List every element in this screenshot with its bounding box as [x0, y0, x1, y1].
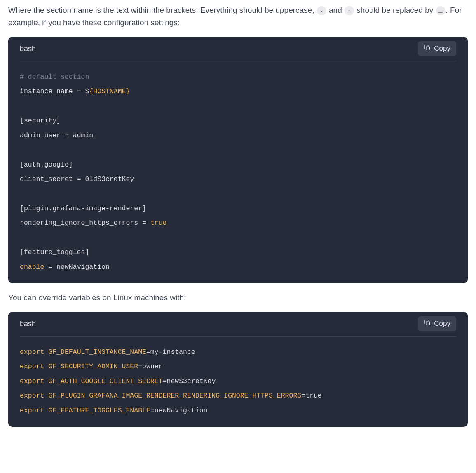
copy-button[interactable]: Copy	[418, 316, 456, 331]
intro-text-2: and	[327, 6, 344, 14]
code-eq: =	[44, 263, 56, 271]
code-key: admin_user	[20, 132, 61, 139]
inline-code-underscore: _	[436, 6, 446, 15]
code-brace-open: {	[89, 87, 93, 95]
codeblock-lang-label: bash	[20, 318, 36, 330]
intro-paragraph: Where the section name is the text withi…	[8, 4, 468, 29]
code-value: =owner	[138, 362, 162, 370]
code-envname: HOSTNAME	[93, 87, 126, 95]
code-value: =true	[301, 392, 322, 400]
code-keyword: export	[20, 362, 44, 370]
copy-button-label: Copy	[434, 320, 450, 328]
codeblock-header: bash Copy	[20, 312, 456, 337]
code-keyword: export	[20, 348, 44, 356]
intro-text-1: Where the section name is the text withi…	[8, 6, 317, 14]
code-key: instance_name	[20, 87, 73, 95]
code-section: [plugin.grafana-image-renderer]	[20, 205, 146, 212]
intro-text-3: should be replaced by	[354, 6, 435, 14]
code-var: GF_PLUGIN_GRAFANA_IMAGE_RENDERER_RENDERI…	[48, 392, 301, 400]
codeblock-header: bash Copy	[20, 37, 456, 61]
copy-icon	[424, 44, 431, 53]
code-value: 0ldS3cretKey	[85, 175, 134, 183]
code-eq: =	[73, 87, 85, 95]
code-keyword: export	[20, 392, 44, 400]
svg-rect-1	[426, 322, 430, 325]
codeblock-config: bash Copy # default section instance_nam…	[8, 37, 468, 284]
code-value: admin	[73, 132, 94, 139]
codeblock-exports: bash Copy export GF_DEFAULT_INSTANCE_NAM…	[8, 312, 468, 427]
code-var: GF_AUTH_GOOGLE_CLIENT_SECRET	[48, 377, 162, 385]
code-value: =newS3cretKey	[163, 377, 216, 385]
code-eq: =	[73, 175, 85, 183]
middle-paragraph: You can override variables on Linux mach…	[8, 292, 468, 304]
code-dollar: $	[85, 87, 89, 95]
code-eq: =	[61, 132, 73, 139]
code-keyword: export	[20, 377, 44, 385]
code-bool: true	[150, 219, 167, 227]
code-eq: =	[138, 219, 150, 227]
code-value: =my-instance	[146, 348, 195, 356]
code-comment: # default section	[20, 73, 89, 81]
inline-code-dot: .	[317, 6, 326, 15]
code-key: client_secret	[20, 175, 73, 183]
copy-button-label: Copy	[434, 45, 450, 53]
code-var: GF_FEATURE_TOGGLES_ENABLE	[48, 407, 150, 414]
copy-icon	[424, 319, 431, 328]
code-var: GF_DEFAULT_INSTANCE_NAME	[48, 348, 146, 356]
code-value: newNavigation	[56, 263, 110, 271]
code-section: [feature_toggles]	[20, 248, 89, 256]
code-builtin: enable	[20, 263, 44, 271]
codeblock-content[interactable]: export GF_DEFAULT_INSTANCE_NAME=my-insta…	[20, 345, 456, 418]
code-section: [security]	[20, 117, 61, 125]
code-brace-close: }	[126, 87, 130, 95]
copy-button[interactable]: Copy	[418, 41, 456, 56]
code-var: GF_SECURITY_ADMIN_USER	[48, 362, 138, 370]
codeblock-content[interactable]: # default section instance_name = ${HOST…	[20, 70, 456, 275]
inline-code-dash: -	[345, 6, 354, 15]
svg-rect-0	[426, 47, 430, 50]
code-key: rendering_ignore_https_errors	[20, 219, 138, 227]
code-keyword: export	[20, 407, 44, 414]
code-section: [auth.google]	[20, 161, 73, 169]
codeblock-lang-label: bash	[20, 43, 36, 55]
code-value: =newNavigation	[150, 407, 208, 414]
